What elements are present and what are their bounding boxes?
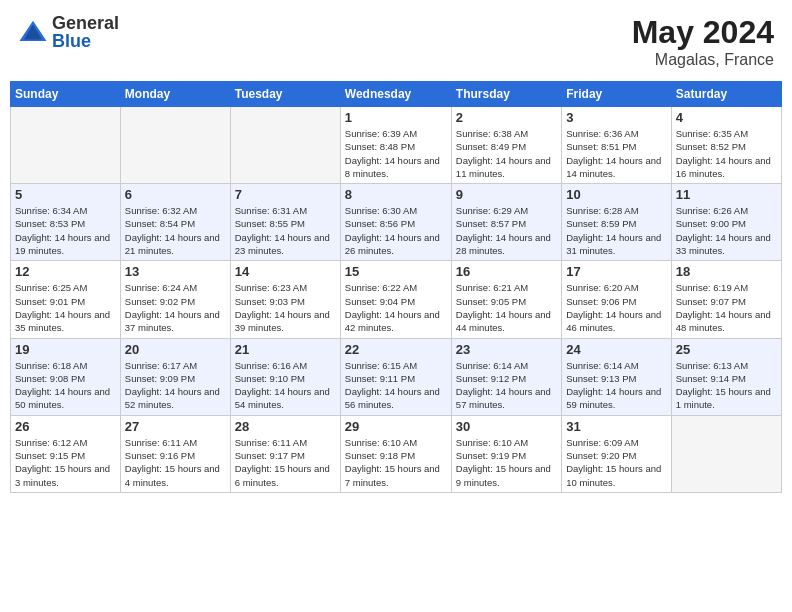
calendar-cell: 17Sunrise: 6:20 AMSunset: 9:06 PMDayligh… xyxy=(562,261,671,338)
weekday-header: Saturday xyxy=(671,82,781,107)
day-info: Sunrise: 6:35 AMSunset: 8:52 PMDaylight:… xyxy=(676,127,777,180)
day-number: 27 xyxy=(125,419,226,434)
weekday-header: Wednesday xyxy=(340,82,451,107)
day-info: Sunrise: 6:11 AMSunset: 9:16 PMDaylight:… xyxy=(125,436,226,489)
title-block: May 2024 Magalas, France xyxy=(632,14,774,69)
calendar-cell: 20Sunrise: 6:17 AMSunset: 9:09 PMDayligh… xyxy=(120,338,230,415)
day-info: Sunrise: 6:34 AMSunset: 8:53 PMDaylight:… xyxy=(15,204,116,257)
month-title: May 2024 xyxy=(632,14,774,51)
day-number: 10 xyxy=(566,187,666,202)
calendar-cell: 11Sunrise: 6:26 AMSunset: 9:00 PMDayligh… xyxy=(671,184,781,261)
day-number: 20 xyxy=(125,342,226,357)
day-number: 21 xyxy=(235,342,336,357)
calendar-cell: 15Sunrise: 6:22 AMSunset: 9:04 PMDayligh… xyxy=(340,261,451,338)
calendar-cell: 13Sunrise: 6:24 AMSunset: 9:02 PMDayligh… xyxy=(120,261,230,338)
calendar-cell: 5Sunrise: 6:34 AMSunset: 8:53 PMDaylight… xyxy=(11,184,121,261)
calendar-cell: 21Sunrise: 6:16 AMSunset: 9:10 PMDayligh… xyxy=(230,338,340,415)
page-header: General Blue May 2024 Magalas, France xyxy=(10,10,782,73)
day-info: Sunrise: 6:14 AMSunset: 9:13 PMDaylight:… xyxy=(566,359,666,412)
weekday-header: Monday xyxy=(120,82,230,107)
day-number: 28 xyxy=(235,419,336,434)
day-number: 13 xyxy=(125,264,226,279)
calendar-cell: 12Sunrise: 6:25 AMSunset: 9:01 PMDayligh… xyxy=(11,261,121,338)
day-info: Sunrise: 6:22 AMSunset: 9:04 PMDaylight:… xyxy=(345,281,447,334)
calendar-cell: 9Sunrise: 6:29 AMSunset: 8:57 PMDaylight… xyxy=(451,184,561,261)
day-number: 18 xyxy=(676,264,777,279)
weekday-header: Friday xyxy=(562,82,671,107)
calendar-cell: 2Sunrise: 6:38 AMSunset: 8:49 PMDaylight… xyxy=(451,107,561,184)
calendar-cell: 1Sunrise: 6:39 AMSunset: 8:48 PMDaylight… xyxy=(340,107,451,184)
calendar-cell: 4Sunrise: 6:35 AMSunset: 8:52 PMDaylight… xyxy=(671,107,781,184)
calendar-cell: 6Sunrise: 6:32 AMSunset: 8:54 PMDaylight… xyxy=(120,184,230,261)
logo: General Blue xyxy=(18,14,119,50)
day-number: 15 xyxy=(345,264,447,279)
calendar-cell: 27Sunrise: 6:11 AMSunset: 9:16 PMDayligh… xyxy=(120,415,230,492)
day-number: 5 xyxy=(15,187,116,202)
day-info: Sunrise: 6:36 AMSunset: 8:51 PMDaylight:… xyxy=(566,127,666,180)
day-number: 7 xyxy=(235,187,336,202)
day-info: Sunrise: 6:23 AMSunset: 9:03 PMDaylight:… xyxy=(235,281,336,334)
day-number: 12 xyxy=(15,264,116,279)
calendar-cell: 16Sunrise: 6:21 AMSunset: 9:05 PMDayligh… xyxy=(451,261,561,338)
calendar-cell: 10Sunrise: 6:28 AMSunset: 8:59 PMDayligh… xyxy=(562,184,671,261)
day-info: Sunrise: 6:10 AMSunset: 9:19 PMDaylight:… xyxy=(456,436,557,489)
day-info: Sunrise: 6:19 AMSunset: 9:07 PMDaylight:… xyxy=(676,281,777,334)
day-number: 22 xyxy=(345,342,447,357)
calendar-cell: 7Sunrise: 6:31 AMSunset: 8:55 PMDaylight… xyxy=(230,184,340,261)
day-number: 1 xyxy=(345,110,447,125)
day-number: 9 xyxy=(456,187,557,202)
calendar-cell: 22Sunrise: 6:15 AMSunset: 9:11 PMDayligh… xyxy=(340,338,451,415)
calendar-cell: 30Sunrise: 6:10 AMSunset: 9:19 PMDayligh… xyxy=(451,415,561,492)
calendar-cell: 24Sunrise: 6:14 AMSunset: 9:13 PMDayligh… xyxy=(562,338,671,415)
day-number: 23 xyxy=(456,342,557,357)
weekday-header: Sunday xyxy=(11,82,121,107)
day-number: 31 xyxy=(566,419,666,434)
day-number: 3 xyxy=(566,110,666,125)
day-info: Sunrise: 6:39 AMSunset: 8:48 PMDaylight:… xyxy=(345,127,447,180)
day-info: Sunrise: 6:28 AMSunset: 8:59 PMDaylight:… xyxy=(566,204,666,257)
day-info: Sunrise: 6:15 AMSunset: 9:11 PMDaylight:… xyxy=(345,359,447,412)
calendar-cell: 26Sunrise: 6:12 AMSunset: 9:15 PMDayligh… xyxy=(11,415,121,492)
day-number: 26 xyxy=(15,419,116,434)
calendar-week-row: 1Sunrise: 6:39 AMSunset: 8:48 PMDaylight… xyxy=(11,107,782,184)
location: Magalas, France xyxy=(632,51,774,69)
calendar-cell: 23Sunrise: 6:14 AMSunset: 9:12 PMDayligh… xyxy=(451,338,561,415)
day-info: Sunrise: 6:13 AMSunset: 9:14 PMDaylight:… xyxy=(676,359,777,412)
day-number: 24 xyxy=(566,342,666,357)
calendar-cell: 3Sunrise: 6:36 AMSunset: 8:51 PMDaylight… xyxy=(562,107,671,184)
calendar-cell: 28Sunrise: 6:11 AMSunset: 9:17 PMDayligh… xyxy=(230,415,340,492)
logo-text: General Blue xyxy=(52,14,119,50)
day-info: Sunrise: 6:16 AMSunset: 9:10 PMDaylight:… xyxy=(235,359,336,412)
logo-icon xyxy=(18,17,48,47)
day-number: 25 xyxy=(676,342,777,357)
day-info: Sunrise: 6:30 AMSunset: 8:56 PMDaylight:… xyxy=(345,204,447,257)
calendar-cell: 29Sunrise: 6:10 AMSunset: 9:18 PMDayligh… xyxy=(340,415,451,492)
weekday-header-row: SundayMondayTuesdayWednesdayThursdayFrid… xyxy=(11,82,782,107)
day-info: Sunrise: 6:32 AMSunset: 8:54 PMDaylight:… xyxy=(125,204,226,257)
day-info: Sunrise: 6:38 AMSunset: 8:49 PMDaylight:… xyxy=(456,127,557,180)
day-info: Sunrise: 6:24 AMSunset: 9:02 PMDaylight:… xyxy=(125,281,226,334)
calendar-cell xyxy=(671,415,781,492)
calendar-cell: 8Sunrise: 6:30 AMSunset: 8:56 PMDaylight… xyxy=(340,184,451,261)
day-number: 29 xyxy=(345,419,447,434)
day-number: 4 xyxy=(676,110,777,125)
calendar-cell xyxy=(120,107,230,184)
calendar-cell: 14Sunrise: 6:23 AMSunset: 9:03 PMDayligh… xyxy=(230,261,340,338)
day-info: Sunrise: 6:31 AMSunset: 8:55 PMDaylight:… xyxy=(235,204,336,257)
day-number: 8 xyxy=(345,187,447,202)
logo-general: General xyxy=(52,14,119,32)
calendar: SundayMondayTuesdayWednesdayThursdayFrid… xyxy=(10,81,782,493)
day-number: 17 xyxy=(566,264,666,279)
day-number: 19 xyxy=(15,342,116,357)
day-info: Sunrise: 6:29 AMSunset: 8:57 PMDaylight:… xyxy=(456,204,557,257)
calendar-week-row: 5Sunrise: 6:34 AMSunset: 8:53 PMDaylight… xyxy=(11,184,782,261)
day-number: 11 xyxy=(676,187,777,202)
day-info: Sunrise: 6:21 AMSunset: 9:05 PMDaylight:… xyxy=(456,281,557,334)
calendar-cell: 18Sunrise: 6:19 AMSunset: 9:07 PMDayligh… xyxy=(671,261,781,338)
day-info: Sunrise: 6:26 AMSunset: 9:00 PMDaylight:… xyxy=(676,204,777,257)
day-info: Sunrise: 6:14 AMSunset: 9:12 PMDaylight:… xyxy=(456,359,557,412)
day-info: Sunrise: 6:12 AMSunset: 9:15 PMDaylight:… xyxy=(15,436,116,489)
day-info: Sunrise: 6:17 AMSunset: 9:09 PMDaylight:… xyxy=(125,359,226,412)
weekday-header: Thursday xyxy=(451,82,561,107)
day-number: 14 xyxy=(235,264,336,279)
